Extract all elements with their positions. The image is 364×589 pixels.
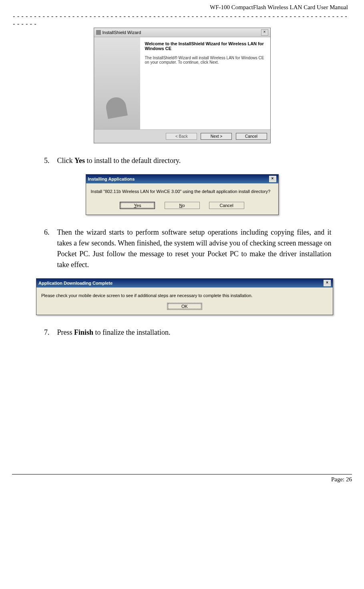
installshield-logo-icon (105, 96, 128, 119)
dialog-title: InstallShield Wizard (103, 30, 141, 35)
close-icon[interactable]: × (324, 280, 331, 286)
dialog-titlebar: Application Downloading Complete × (36, 279, 333, 287)
dialog-message: Install "802.11b Wireless LAN for WinCE … (86, 183, 278, 199)
app-icon (96, 30, 101, 35)
step-6: 6. Then the wizard starts to perform sof… (44, 227, 332, 270)
page-footer: Page: 26 (12, 474, 352, 483)
ok-button[interactable]: OK (167, 303, 202, 310)
step-text-pre: Press (57, 328, 74, 336)
yes-button[interactable]: Yes (120, 202, 155, 209)
cancel-button[interactable]: Cancel (209, 202, 244, 209)
close-icon[interactable]: × (269, 176, 276, 182)
separator-dashes: ----------------------------------------… (12, 12, 352, 28)
step-number: 6. (44, 227, 55, 238)
step-5: 5. Click Yes to install to the default d… (44, 155, 332, 166)
step-text: Then the wizard starts to perform softwa… (57, 227, 332, 270)
dialog-titlebar: InstallShield Wizard × (94, 28, 270, 37)
step-7: 7. Press Finish to finalize the installa… (44, 327, 332, 338)
installing-apps-dialog: Installing Applications × Install "802.1… (86, 174, 279, 215)
installshield-dialog: InstallShield Wizard × Welcome to the In… (94, 28, 271, 143)
wizard-heading: Welcome to the InstallShield Wizard for … (145, 41, 265, 51)
close-icon[interactable]: × (261, 29, 268, 36)
wizard-text: The InstallShield® Wizard will install W… (145, 56, 265, 64)
step-text-post: to finalize the installation. (93, 328, 170, 336)
no-button[interactable]: No (165, 202, 200, 209)
cancel-button[interactable]: Cancel (236, 133, 267, 140)
step-text-pre: Click (57, 157, 75, 165)
step-number: 7. (44, 327, 55, 338)
dialog-title: Installing Applications (88, 177, 135, 181)
wizard-content: Welcome to the InstallShield Wizard for … (140, 37, 270, 129)
back-button: < Back (166, 133, 197, 140)
step-text-bold: Finish (74, 328, 93, 336)
dialog-message: Please check your mobile device screen t… (36, 287, 333, 301)
dialog-titlebar: Installing Applications × (86, 175, 278, 183)
download-complete-dialog: Application Downloading Complete × Pleas… (36, 278, 333, 315)
dialog-title: Application Downloading Complete (38, 281, 113, 285)
wizard-sidebar (94, 37, 140, 129)
next-button[interactable]: Next > (201, 133, 232, 140)
doc-header: WF-100 CompactFlash Wireless LAN Card Us… (12, 4, 352, 11)
step-number: 5. (44, 155, 55, 166)
step-text-post: to install to the default directory. (85, 157, 181, 165)
step-text-bold: Yes (74, 157, 85, 165)
